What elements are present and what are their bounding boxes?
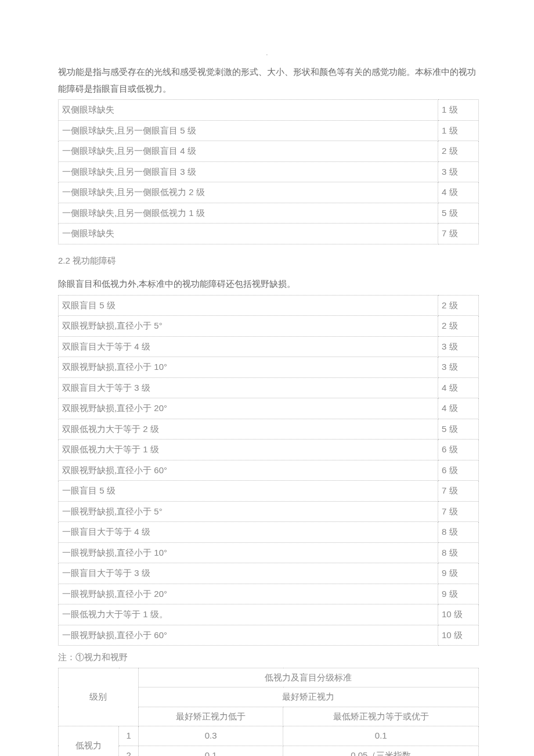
grade-cell: 10 级: [438, 625, 479, 646]
table-row: 一眼视野缺损,直径小于 10°8 级: [59, 542, 479, 563]
category-low-vision: 低视力: [59, 726, 119, 757]
table-row: 一侧眼球缺失,且另一侧眼盲目 3 级3 级: [59, 161, 479, 182]
grade-cell: 2 级: [438, 295, 479, 316]
grade-cell: 7 级: [438, 481, 479, 502]
grade-cell: 2 级: [438, 316, 479, 337]
table-row: 一眼低视力大于等于 1 级。10 级: [59, 604, 479, 625]
desc-cell: 双眼盲目大于等于 4 级: [59, 336, 438, 357]
cell: 2: [119, 746, 139, 756]
desc-cell: 双眼视野缺损,直径小于 5°: [59, 316, 438, 337]
header-dot: .: [266, 48, 268, 59]
grade-cell: 3 级: [438, 161, 479, 182]
grade-cell: 8 级: [438, 542, 479, 563]
table-row: 一眼盲目大于等于 3 级9 级: [59, 563, 479, 584]
section-2-2-intro: 除眼盲目和低视力外,本标准中的视功能障碍还包括视野缺损。: [58, 276, 479, 293]
grade-cell: 4 级: [438, 377, 479, 398]
grade-cell: 6 级: [438, 460, 479, 481]
desc-cell: 双眼低视力大于等于 2 级: [59, 419, 438, 440]
intro-paragraph: 视功能是指与感受存在的光线和感受视觉刺激的形式、大小、形状和颜色等有关的感觉功能…: [58, 64, 479, 97]
vision-grade-standard-table: 级别 低视力及盲目分级标准 最好矫正视力 最好矫正视力低于 最低矫正视力等于或优…: [58, 668, 479, 757]
grade-cell: 5 级: [438, 203, 479, 224]
table-row: 一侧眼球缺失,且另一侧眼低视力 1 级5 级: [59, 203, 479, 224]
grade-cell: 8 级: [438, 522, 479, 543]
desc-cell: 一眼盲目 5 级: [59, 481, 438, 502]
table-row: 一侧眼球缺失,且另一侧眼低视力 2 级4 级: [59, 182, 479, 203]
desc-cell: 双眼视野缺损,直径小于 20°: [59, 398, 438, 419]
grade-cell: 4 级: [438, 398, 479, 419]
desc-cell: 双眼视野缺损,直径小于 60°: [59, 460, 438, 481]
grade-cell: 7 级: [438, 501, 479, 522]
cell: 0.05（三米指数: [283, 746, 479, 756]
grade-cell: 10 级: [438, 604, 479, 625]
desc-cell: 一侧眼球缺失,且另一侧眼盲目 5 级: [59, 120, 438, 141]
desc-cell: 双眼盲目大于等于 3 级: [59, 377, 438, 398]
grade-cell: 4 级: [438, 182, 479, 203]
table-row: 一侧眼球缺失,且另一侧眼盲目 4 级2 级: [59, 141, 479, 162]
grade-cell: 9 级: [438, 584, 479, 604]
cell: 0.1: [283, 726, 479, 746]
table-row: 双眼盲目 5 级2 级: [59, 295, 479, 316]
col-standard: 低视力及盲目分级标准: [138, 668, 478, 687]
table-row: 一眼视野缺损,直径小于 20°9 级: [59, 584, 479, 604]
col-level: 级别: [59, 668, 139, 726]
grade-cell: 6 级: [438, 440, 479, 460]
desc-cell: 一眼视野缺损,直径小于 5°: [59, 501, 438, 522]
col-above: 最低矫正视力等于或优于: [283, 707, 479, 726]
grade-cell: 3 级: [438, 357, 479, 378]
table-row: 双眼视野缺损,直径小于 60°6 级: [59, 460, 479, 481]
grade-cell: 1 级: [438, 100, 479, 121]
cell: 0.1: [138, 746, 283, 756]
table-row: 一眼盲目大于等于 4 级8 级: [59, 522, 479, 543]
grade-cell: 2 级: [438, 141, 479, 162]
col-below: 最好矫正视力低于: [138, 707, 283, 726]
cell: 0.3: [138, 726, 283, 746]
grade-cell: 7 级: [438, 224, 479, 244]
grade-cell: 3 级: [438, 336, 479, 357]
table-row: 双眼低视力大于等于 1 级6 级: [59, 440, 479, 460]
desc-cell: 双眼低视力大于等于 1 级: [59, 440, 438, 460]
desc-cell: 一侧眼球缺失,且另一侧眼盲目 4 级: [59, 141, 438, 162]
desc-cell: 一侧眼球缺失,且另一侧眼低视力 1 级: [59, 203, 438, 224]
desc-cell: 一眼盲目大于等于 3 级: [59, 563, 438, 584]
table-row: 一眼视野缺损,直径小于 60°10 级: [59, 625, 479, 646]
vision-impairment-table: 双眼盲目 5 级2 级双眼视野缺损,直径小于 5°2 级双眼盲目大于等于 4 级…: [58, 295, 479, 646]
desc-cell: 一侧眼球缺失: [59, 224, 438, 244]
desc-cell: 一眼视野缺损,直径小于 20°: [59, 584, 438, 604]
section-2-2-heading: 2.2 视功能障碍: [58, 253, 479, 269]
desc-cell: 双眼盲目 5 级: [59, 295, 438, 316]
desc-cell: 一眼视野缺损,直径小于 60°: [59, 625, 438, 646]
grade-cell: 5 级: [438, 419, 479, 440]
table-row: 双眼视野缺损,直径小于 5°2 级: [59, 316, 479, 337]
table-row: 双眼盲目大于等于 3 级4 级: [59, 377, 479, 398]
table-row: 双侧眼球缺失1 级: [59, 100, 479, 121]
note-header: 注：①视力和视野: [58, 649, 479, 666]
desc-cell: 双侧眼球缺失: [59, 100, 438, 121]
table-row: 双眼视野缺损,直径小于 20°4 级: [59, 398, 479, 419]
grade-cell: 9 级: [438, 563, 479, 584]
desc-cell: 一眼盲目大于等于 4 级: [59, 522, 438, 543]
cell: 1: [119, 726, 139, 746]
desc-cell: 一侧眼球缺失,且另一侧眼低视力 2 级: [59, 182, 438, 203]
table-row: 双眼视野缺损,直径小于 10°3 级: [59, 357, 479, 378]
desc-cell: 双眼视野缺损,直径小于 10°: [59, 357, 438, 378]
col-best-corrected: 最好矫正视力: [138, 687, 478, 707]
table-row: 一眼盲目 5 级7 级: [59, 481, 479, 502]
eyeball-loss-table: 双侧眼球缺失1 级一侧眼球缺失,且另一侧眼盲目 5 级1 级一侧眼球缺失,且另一…: [58, 99, 479, 244]
table-row: 一眼视野缺损,直径小于 5°7 级: [59, 501, 479, 522]
desc-cell: 一眼视野缺损,直径小于 10°: [59, 542, 438, 563]
table-row: 双眼盲目大于等于 4 级3 级: [59, 336, 479, 357]
desc-cell: 一眼低视力大于等于 1 级。: [59, 604, 438, 625]
desc-cell: 一侧眼球缺失,且另一侧眼盲目 3 级: [59, 161, 438, 182]
table-row: 双眼低视力大于等于 2 级5 级: [59, 419, 479, 440]
table-row: 一侧眼球缺失7 级: [59, 224, 479, 244]
table-row: 一侧眼球缺失,且另一侧眼盲目 5 级1 级: [59, 120, 479, 141]
grade-cell: 1 级: [438, 120, 479, 141]
